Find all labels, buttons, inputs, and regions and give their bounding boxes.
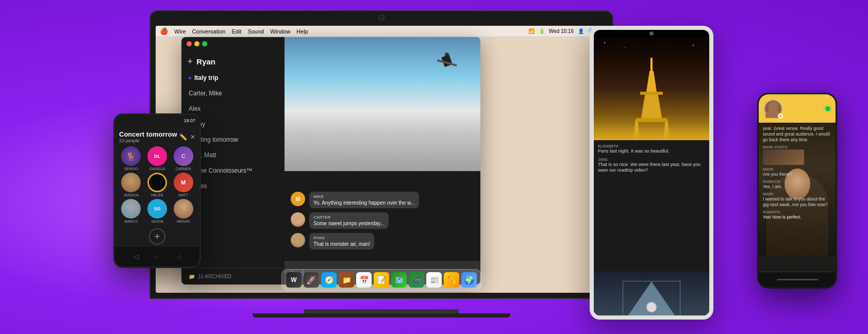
home-button[interactable]: ○ [155,253,159,260]
laptop-device: 🍎 Wire Conversation Edit Sound Window He… [149,10,613,314]
eiffel-tower-photo [594,37,709,140]
iphone-avatar-container [764,99,782,118]
sender-name: MIKE [313,194,415,199]
menu-wire[interactable]: Wire [174,28,186,35]
dock-news[interactable]: 📰 [426,272,442,288]
dock-finder[interactable]: 📁 [339,272,354,288]
avatar-label-daniela: DANIELA [149,167,165,171]
traffic-lights [187,41,207,46]
apple-menu[interactable]: 🍎 [160,27,168,35]
close-button[interactable] [187,41,192,46]
iphone-bottom-bar [759,272,836,287]
conv-header: + Ryan [181,53,285,70]
dock-extra[interactable]: ✏️ [444,272,459,288]
iphone-msg-roberta-2: ROBERTA Yes! Now is perfect. [763,210,831,220]
laptop-camera [378,14,385,21]
menubar: 🍎 Wire Conversation Edit Sound Window He… [156,26,607,37]
close-icon[interactable]: ✕ [190,133,195,141]
photo-thumbnail [763,149,804,165]
dock-launchpad[interactable]: 🚀 [304,272,319,288]
conv-item-alex[interactable]: Alex [181,101,285,116]
ipad-home-button[interactable] [646,302,657,312]
message-text: I wanted to talk to you about the gig ne… [763,196,831,208]
conv-item-carter-mike[interactable]: Carter, Mike [181,86,285,101]
sender-name: MARK [763,168,831,171]
online-indicator [825,106,830,111]
new-conversation-button[interactable]: + [188,57,192,66]
sender-name: ROBERTA [763,210,831,214]
avatar-helen [147,173,167,192]
sender-name: ROBERTA [763,180,831,183]
sender-name: RYAN [313,236,370,240]
conv-item-label: Alex [189,105,201,112]
avatar-item-jessica[interactable]: JESSICA [119,173,143,197]
laptop-screen: 🍎 Wire Conversation Edit Sound Window He… [156,26,607,293]
menu-help[interactable]: Help [296,28,308,35]
sender-name: ELISABETH [598,144,705,148]
chat-bubble-ryan: RYAN That is monster air, man! [309,233,374,249]
back-button[interactable]: ◁ [133,253,139,261]
avatar-jessica [121,173,141,192]
edit-icon[interactable]: ✏️ [179,133,187,141]
avatar-label-helen: HELEN [151,193,163,197]
avatar-item-marco[interactable]: MARCO [119,199,143,223]
chat-messages-container: M MIKE Yo. Anything interesting happen o… [285,187,480,259]
sender-name: CARTER [313,215,385,220]
dock-safari[interactable]: 🧭 [321,272,337,288]
avatar-item-matt[interactable]: M MATT [171,173,195,197]
avatar-label-sergio: SERGIO [124,167,138,171]
message-text: That is monster air, man! [313,241,370,247]
conv-item-italy-trip[interactable]: Italy trip [181,70,285,86]
battery-icon: 🔋 [539,28,545,34]
avatar-item-megan[interactable]: MEGAN [171,199,195,223]
laptop-base [253,313,510,318]
home-indicator[interactable] [777,279,818,280]
chat-bubble-mike: MIKE Yo. Anything interesting happen ove… [309,192,419,208]
iphone-msg-mark-1: MARK Are you there? [763,168,831,177]
android-chat-header: Concert tomorrow 23 people ✏️ ✕ [119,130,195,143]
iphone-msg-roberta-1: ROBERTA Yes, I am. [763,180,831,190]
menu-edit[interactable]: Edit [231,28,241,35]
avatar-daniela: DL [147,146,167,166]
dock-facetime[interactable]: 📹 [409,272,424,288]
dock-extra2[interactable]: 🌍 [461,272,477,288]
iphone-chat-header [759,94,836,123]
ipad-screen: ELISABETH Paris last night. It was so be… [594,37,709,320]
android-chat-subtitle: 23 people [119,138,177,143]
dock-maps[interactable]: 🗺️ [391,272,407,288]
archived-section[interactable]: 📁 10 ARCHIVED [181,268,285,285]
avatar-label-marco: MARCO [124,220,138,223]
android-content: Concert tomorrow 23 people ✏️ ✕ 🦌 SERGIO… [115,126,199,247]
message-text: Are you there? [763,172,831,177]
avatar-mike: M [291,192,305,206]
iphone-messages-container: year. Great venue. Really good sound and… [759,123,836,226]
recents-button[interactable]: →| [175,254,181,260]
menu-window[interactable]: Window [270,28,290,35]
minimize-button[interactable] [194,41,199,46]
avatar-label-matt: MATT [178,193,188,197]
avatar-sergio: 🦌 [121,146,141,166]
maximize-button[interactable] [202,41,207,46]
dock-notes[interactable]: 📝 [374,272,389,288]
chat-panel: M MIKE Yo. Anything interesting happen o… [285,37,480,285]
menu-conversation[interactable]: Conversation [192,28,226,35]
clock: Wed 10:16 [549,28,574,34]
ipad-status-bar [594,30,709,37]
chat-message-mike: M MIKE Yo. Anything interesting happen o… [291,192,474,208]
dock-wire[interactable]: W [286,272,302,288]
iphone-msg-mark-photo: MARK PHOTO [763,145,831,165]
sender-name: MARK [763,192,831,196]
avatar-item-sasha[interactable]: SO SASHA [145,199,170,223]
dock-calendar[interactable]: 📅 [356,272,372,288]
avatar-item-carmen[interactable]: C CARMEN [171,146,195,171]
iphone-chat-body: year. Great venue. Really good sound and… [759,123,836,272]
avatar-item-daniela[interactable]: DL DANIELA [145,146,170,171]
menu-sound[interactable]: Sound [247,28,264,35]
avatar-carmen: C [174,146,193,166]
avatar-item-helen[interactable]: HELEN [145,173,170,197]
conv-item-label: Carter, Mike [189,90,222,97]
avatar-item-sergio[interactable]: 🦌 SERGIO [119,146,143,171]
android-chat-info: Concert tomorrow 23 people [119,130,177,143]
add-person-button[interactable]: + [149,228,165,245]
chat-message-ryan: RYAN That is monster air, man! [291,233,474,249]
